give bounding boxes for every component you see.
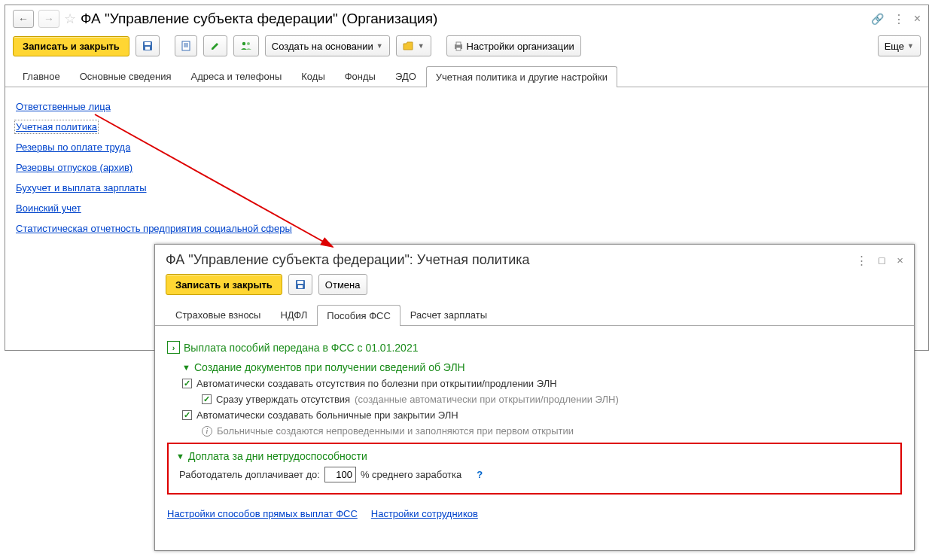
kebab-icon[interactable]: ⋮ bbox=[893, 12, 905, 26]
create-based-on-button[interactable]: Создать на основании ▼ bbox=[265, 35, 390, 56]
svg-rect-1 bbox=[145, 42, 151, 45]
checkbox-auto-absence-row: ✓ Автоматически создавать отсутствия по … bbox=[182, 378, 902, 389]
link-accounting-salary[interactable]: Бухучет и выплата зарплаты bbox=[16, 182, 147, 193]
people-button[interactable] bbox=[233, 35, 259, 56]
save-close-button[interactable]: Записать и закрыть bbox=[13, 36, 129, 56]
svg-rect-15 bbox=[298, 285, 303, 288]
favorite-icon[interactable]: ☆ bbox=[64, 11, 76, 27]
link-icon[interactable]: 🔗 bbox=[871, 13, 884, 25]
chevron-down-icon: ▼ bbox=[376, 42, 383, 50]
sick-hint-text: Больничные создаются непроведенными и за… bbox=[217, 425, 574, 437]
employer-pays-label: Работодатель доплачивает до: bbox=[179, 469, 320, 480]
highlighted-extra-pay-section: ▼ Доплата за дни нетрудоспособности Рабо… bbox=[167, 443, 902, 495]
bottom-links: Настройки способов прямых выплат ФСС Нас… bbox=[167, 504, 902, 524]
tab-insurance[interactable]: Страховые взносы bbox=[166, 304, 270, 325]
folder-dropdown-button[interactable]: ▼ bbox=[396, 35, 431, 56]
pencil-icon bbox=[210, 41, 221, 51]
content-area-2: › Выплата пособий передана в ФСС с 01.01… bbox=[155, 326, 914, 531]
section-fss-transfer[interactable]: › Выплата пособий передана в ФСС с 01.01… bbox=[167, 341, 902, 354]
tab-policy[interactable]: Учетная политика и другие настройки bbox=[426, 66, 617, 87]
chevron-down-icon: ▼ bbox=[182, 363, 190, 372]
policy-window: ФА "Управление субъекта федерации": Учет… bbox=[154, 244, 915, 551]
printer-icon bbox=[453, 41, 464, 51]
people-icon bbox=[240, 41, 252, 51]
tab-basic[interactable]: Основные сведения bbox=[70, 65, 181, 87]
svg-rect-3 bbox=[182, 41, 190, 50]
checkbox-auto-absence-label: Автоматически создавать отсутствия по бо… bbox=[196, 378, 557, 389]
info-icon: i bbox=[202, 426, 212, 437]
link-employees[interactable]: Настройки сотрудников bbox=[371, 508, 478, 519]
tab-fss[interactable]: Пособия ФСС bbox=[317, 305, 400, 326]
folder-icon bbox=[403, 41, 415, 51]
toolbar: Записать и закрыть Создать на основании … bbox=[5, 32, 928, 62]
sick-hint-row: i Больничные создаются непроведенными и … bbox=[202, 425, 902, 437]
org-settings-button[interactable]: Настройки организации bbox=[446, 35, 581, 56]
tab-bar-2: Страховые взносы НДФЛ Пособия ФСС Расчет… bbox=[155, 304, 914, 326]
checkbox-auto-confirm[interactable]: ✓ bbox=[202, 394, 212, 404]
tab-salary[interactable]: Расчет зарплаты bbox=[400, 304, 497, 325]
save-button[interactable] bbox=[136, 35, 160, 56]
tab-ndfl[interactable]: НДФЛ bbox=[270, 304, 317, 325]
floppy-icon bbox=[142, 41, 153, 51]
checkbox-auto-confirm-label: Сразу утверждать отсутствия bbox=[216, 394, 350, 405]
expand-icon: › bbox=[167, 341, 180, 354]
content-area: Ответственные лица Учетная политика Резе… bbox=[5, 87, 928, 248]
link-reserves-vacation[interactable]: Резервы отпусков (архив) bbox=[16, 162, 132, 173]
doc-button[interactable] bbox=[175, 35, 197, 56]
link-reserves-labor[interactable]: Резервы по оплате труда bbox=[16, 142, 130, 153]
auto-confirm-hint: (созданные автоматически при открытии/пр… bbox=[355, 394, 619, 405]
link-responsible[interactable]: Ответственные лица bbox=[16, 101, 111, 112]
window2-title: ФА "Управление субъекта федерации": Учет… bbox=[166, 252, 530, 268]
svg-rect-2 bbox=[145, 47, 150, 50]
chevron-down-icon: ▼ bbox=[418, 42, 425, 50]
svg-point-7 bbox=[242, 42, 245, 45]
checkbox-auto-confirm-row: ✓ Сразу утверждать отсутствия (созданные… bbox=[202, 394, 902, 405]
percent-label: % среднего заработка bbox=[361, 469, 461, 480]
checkbox-auto-sick-row: ✓ Автоматически создавать больничные при… bbox=[182, 409, 902, 421]
close-icon[interactable]: × bbox=[897, 254, 903, 266]
save-button-2[interactable] bbox=[288, 274, 312, 295]
floppy-icon bbox=[295, 279, 306, 290]
svg-point-8 bbox=[247, 42, 250, 45]
link-military[interactable]: Воинский учет bbox=[16, 202, 81, 214]
tab-addresses[interactable]: Адреса и телефоны bbox=[181, 65, 291, 87]
maximize-icon[interactable]: ◻ bbox=[878, 254, 886, 266]
titlebar-controls: 🔗 ⋮ × bbox=[871, 12, 921, 26]
checkbox-auto-sick-label: Автоматически создавать больничные при з… bbox=[196, 409, 458, 421]
section-extra-pay[interactable]: ▼ Доплата за дни нетрудоспособности bbox=[176, 450, 893, 462]
document-icon bbox=[181, 41, 190, 51]
edit-button[interactable] bbox=[203, 35, 227, 56]
titlebar-2: ФА "Управление субъекта федерации": Учет… bbox=[155, 245, 914, 272]
titlebar: ← → ☆ ФА "Управление субъекта федерации"… bbox=[5, 5, 928, 32]
svg-rect-11 bbox=[456, 47, 461, 50]
tab-bar: Главное Основные сведения Адреса и телеф… bbox=[5, 65, 928, 87]
tab-edo[interactable]: ЭДО bbox=[385, 65, 426, 87]
kebab-icon[interactable]: ⋮ bbox=[856, 254, 867, 267]
chevron-down-icon: ▼ bbox=[176, 452, 184, 461]
checkbox-auto-sick[interactable]: ✓ bbox=[182, 410, 192, 420]
close-icon[interactable]: × bbox=[914, 12, 921, 26]
employer-pays-row: Работодатель доплачивает до: % среднего … bbox=[179, 467, 893, 482]
link-accounting-policy[interactable]: Учетная политика bbox=[16, 121, 97, 132]
more-button[interactable]: Еще ▼ bbox=[878, 35, 921, 56]
svg-rect-10 bbox=[456, 42, 461, 45]
titlebar2-controls: ⋮ ◻ × bbox=[856, 254, 903, 267]
link-fss-methods[interactable]: Настройки способов прямых выплат ФСС bbox=[167, 508, 358, 519]
nav-back-button[interactable]: ← bbox=[13, 10, 34, 28]
svg-rect-14 bbox=[297, 281, 303, 284]
tab-main[interactable]: Главное bbox=[13, 65, 70, 87]
nav-forward-button[interactable]: → bbox=[38, 10, 59, 28]
tab-codes[interactable]: Коды bbox=[291, 65, 334, 87]
section-eln-docs[interactable]: ▼ Создание документов при получении свед… bbox=[182, 361, 902, 373]
window-title: ФА "Управление субъекта федерации" (Орга… bbox=[81, 11, 437, 27]
help-icon[interactable]: ? bbox=[477, 469, 483, 480]
employer-pays-input[interactable] bbox=[324, 467, 356, 482]
cancel-button[interactable]: Отмена bbox=[318, 274, 367, 295]
chevron-down-icon: ▼ bbox=[907, 42, 914, 50]
save-close-button-2[interactable]: Записать и закрыть bbox=[166, 274, 282, 295]
checkbox-auto-absence[interactable]: ✓ bbox=[182, 379, 192, 388]
tab-funds[interactable]: Фонды bbox=[335, 65, 385, 87]
toolbar-2: Записать и закрыть Отмена bbox=[155, 272, 914, 301]
link-statistics[interactable]: Статистическая отчетность предприятия со… bbox=[16, 223, 292, 234]
